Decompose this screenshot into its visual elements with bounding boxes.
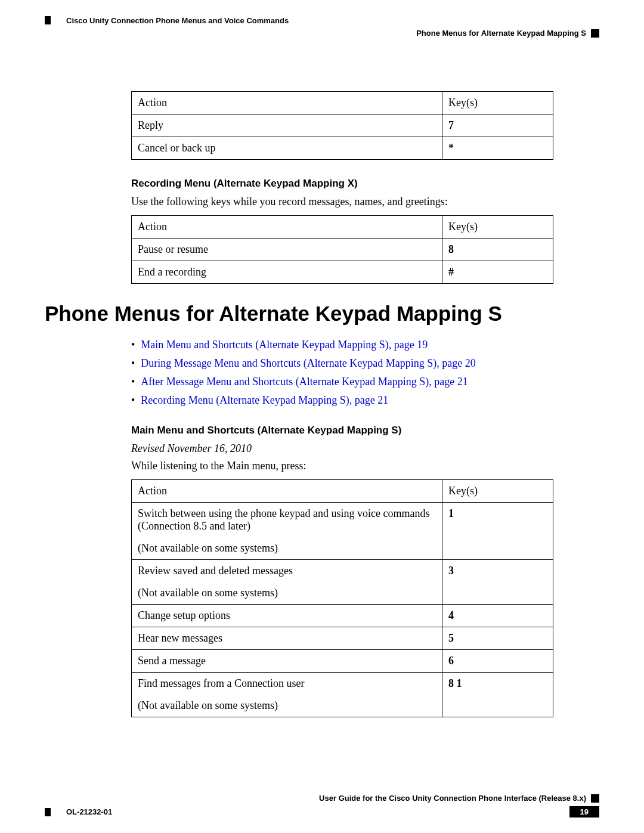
table-recording-x: Action Key(s) Pause or resume 8 End a re…: [131, 215, 553, 284]
table-row: Reply 7: [132, 114, 553, 137]
footer-doc-id: OL-21232-01: [66, 807, 112, 816]
toc-link[interactable]: After Message Menu and Shortcuts (Altern…: [141, 376, 467, 388]
toc-link[interactable]: During Message Menu and Shortcuts (Alter…: [141, 357, 475, 369]
header-right-text: Phone Menus for Alternate Keypad Mapping…: [416, 29, 586, 38]
cell-keys: 8 1: [442, 673, 553, 717]
table-row: Find messages from a Connection user (No…: [132, 673, 553, 717]
cell-keys: 3: [442, 560, 553, 605]
cell-keys: 8: [442, 239, 553, 261]
cell-keys: 6: [442, 650, 553, 673]
cell-keys: 7: [442, 114, 553, 137]
table-row: Pause or resume 8: [132, 239, 553, 261]
cell-action: Change setup options: [132, 605, 442, 627]
cell-action-text: Review saved and deleted messages: [138, 565, 293, 577]
cell-keys: *: [442, 137, 553, 160]
revised-date: Revised November 16, 2010: [131, 442, 599, 455]
page-footer: User Guide for the Cisco Unity Connectio…: [45, 794, 599, 817]
col-action-header: Action: [132, 92, 442, 114]
cell-action-text: Switch between using the phone keypad an…: [138, 507, 429, 532]
table-row: Review saved and deleted messages (Not a…: [132, 560, 553, 605]
page-header: Cisco Unity Connection Phone Menus and V…: [45, 16, 599, 38]
header-decor-bar: [45, 16, 51, 24]
cell-keys: 5: [442, 627, 553, 650]
cell-action: Switch between using the phone keypad an…: [132, 503, 442, 560]
col-keys-header: Key(s): [442, 480, 553, 503]
recording-x-intro: Use the following keys while you record …: [131, 196, 599, 208]
cell-action-note: (Not available on some systems): [138, 699, 436, 712]
footer-decor-bar: [45, 808, 51, 816]
table-after-message: Action Key(s) Reply 7 Cancel or back up …: [131, 91, 553, 160]
cell-keys: 4: [442, 605, 553, 627]
table-row: End a recording #: [132, 261, 553, 284]
table-row: Cancel or back up *: [132, 137, 553, 160]
cell-action: Find messages from a Connection user (No…: [132, 673, 442, 717]
table-main-menu-s: Action Key(s) Switch between using the p…: [131, 479, 553, 717]
subsection-title-main-s: Main Menu and Shortcuts (Alternate Keypa…: [131, 425, 599, 436]
header-end-square-icon: [591, 29, 599, 38]
toc-list: Main Menu and Shortcuts (Alternate Keypa…: [131, 339, 599, 407]
cell-action: Review saved and deleted messages (Not a…: [132, 560, 442, 605]
subsection-title-recording-x: Recording Menu (Alternate Keypad Mapping…: [131, 178, 599, 190]
cell-action: Reply: [132, 114, 442, 137]
footer-title: User Guide for the Cisco Unity Connectio…: [319, 794, 586, 803]
footer-end-square-icon: [591, 794, 599, 803]
section-title-mapping-s: Phone Menus for Alternate Keypad Mapping…: [45, 302, 599, 326]
col-keys-header: Key(s): [442, 216, 553, 239]
header-left-text: Cisco Unity Connection Phone Menus and V…: [66, 16, 289, 25]
cell-action: Hear new messages: [132, 627, 442, 650]
cell-action: Cancel or back up: [132, 137, 442, 160]
cell-keys: 1: [442, 503, 553, 560]
toc-link[interactable]: Recording Menu (Alternate Keypad Mapping…: [141, 394, 388, 406]
table-row: Switch between using the phone keypad an…: [132, 503, 553, 560]
table-row: Hear new messages 5: [132, 627, 553, 650]
cell-action: End a recording: [132, 261, 442, 284]
toc-link[interactable]: Main Menu and Shortcuts (Alternate Keypa…: [141, 339, 428, 351]
cell-action: Pause or resume: [132, 239, 442, 261]
table-row: Send a message 6: [132, 650, 553, 673]
cell-action: Send a message: [132, 650, 442, 673]
col-action-header: Action: [132, 480, 442, 503]
col-action-header: Action: [132, 216, 442, 239]
cell-keys: #: [442, 261, 553, 284]
cell-action-note: (Not available on some systems): [138, 542, 436, 555]
main-s-intro: While listening to the Main menu, press:: [131, 460, 599, 472]
table-row: Change setup options 4: [132, 605, 553, 627]
col-keys-header: Key(s): [442, 92, 553, 114]
cell-action-note: (Not available on some systems): [138, 587, 436, 599]
cell-action-text: Find messages from a Connection user: [138, 677, 304, 689]
page-number: 19: [569, 806, 599, 817]
